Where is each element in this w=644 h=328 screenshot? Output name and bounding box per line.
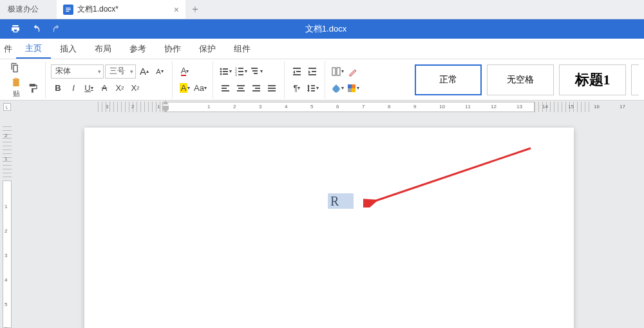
numbering-button[interactable]: 123▾ (234, 64, 248, 79)
svg-rect-8 (223, 73, 228, 75)
menu-references[interactable]: 参考 (120, 39, 155, 59)
list-group: ▾ 123▾ ▾ (213, 61, 285, 99)
bullets-button[interactable]: ▾ (218, 64, 232, 79)
svg-rect-33 (308, 68, 316, 69)
svg-rect-24 (252, 85, 260, 86)
new-tab-button[interactable]: ＋ (185, 0, 205, 19)
workspace: 2112345678 R (0, 113, 644, 328)
redo-button[interactable] (48, 21, 66, 37)
svg-rect-27 (268, 85, 276, 86)
menu-layout[interactable]: 布局 (86, 39, 120, 59)
shrink-font-button[interactable]: A▾ (153, 64, 167, 79)
multilevel-list-button[interactable]: ▾ (249, 64, 263, 79)
svg-point-3 (220, 68, 222, 70)
selected-text[interactable]: R (328, 193, 354, 209)
svg-rect-41 (348, 84, 352, 88)
ruler-ticks: 3211234567891011121314151617 (98, 102, 592, 112)
page-scroll-area[interactable]: R (14, 113, 644, 328)
styles-gallery: 正常 无空格 标题1 (412, 64, 641, 95)
align-justify-button[interactable] (265, 81, 279, 95)
pilcrow-button[interactable]: ¶ ▾ (290, 81, 304, 95)
svg-rect-32 (293, 74, 301, 75)
strikethrough-button[interactable]: A (97, 81, 111, 95)
align-center-button[interactable] (234, 81, 248, 95)
clear-formatting-button[interactable] (346, 64, 360, 79)
window-title: 文档1.docx (66, 23, 644, 35)
svg-rect-21 (237, 85, 245, 86)
svg-rect-26 (252, 90, 260, 92)
paste-label: 贴 (13, 89, 20, 99)
style-no-spacing[interactable]: 无空格 (487, 64, 554, 95)
horizontal-ruler-row: L 3211234567891011121314151617 (0, 101, 644, 113)
style-heading1[interactable]: 标题1 (559, 64, 626, 95)
decrease-indent-button[interactable] (290, 64, 304, 79)
change-case-button[interactable]: Aa▾ (193, 81, 207, 95)
menu-plugins[interactable]: 组件 (225, 39, 260, 59)
svg-rect-23 (237, 90, 245, 92)
undo-button[interactable] (27, 21, 45, 37)
document-tab-label: 文档1.docx* (77, 4, 118, 15)
ribbon: 贴 宋体 三号 A▴ A▾ B I U ▾ A X2 X2 A ▾ A ▾ (0, 59, 644, 101)
increase-indent-button[interactable] (305, 64, 319, 79)
font-group: 宋体 三号 A▴ A▾ B I U ▾ A X2 X2 (46, 61, 173, 99)
copy-button[interactable] (8, 61, 22, 75)
columns-button[interactable]: ▾ (330, 64, 345, 79)
svg-rect-30 (293, 68, 301, 69)
ruler-corner[interactable]: L (0, 101, 14, 113)
style-more[interactable] (631, 64, 639, 95)
highlight-button[interactable]: A ▾ (178, 81, 192, 95)
insert-mini-group: ▾ ▾ ▾ (325, 61, 365, 99)
clipboard-group: 贴 (3, 61, 46, 99)
document-page[interactable]: R (84, 128, 574, 328)
ruler-corner-label: L (3, 103, 11, 111)
svg-point-5 (220, 70, 222, 72)
svg-rect-40 (337, 68, 340, 75)
menu-protect[interactable]: 保护 (190, 39, 225, 59)
svg-rect-36 (311, 85, 315, 86)
document-icon (63, 5, 73, 15)
svg-rect-15 (251, 68, 258, 69)
svg-rect-28 (268, 88, 276, 89)
superscript-button[interactable]: X2 (113, 81, 127, 95)
font-color-group: A ▾ A ▾ Aa▾ (173, 61, 213, 99)
menu-collaborate[interactable]: 协作 (155, 39, 190, 59)
font-color-button[interactable]: A ▾ (178, 64, 192, 79)
align-left-button[interactable] (218, 81, 232, 95)
grow-font-button[interactable]: A▴ (137, 64, 151, 79)
svg-rect-0 (66, 7, 71, 8)
svg-point-7 (220, 73, 222, 75)
menu-home[interactable]: 主页 (16, 39, 51, 59)
style-normal[interactable]: 正常 (415, 64, 482, 95)
font-size-combo[interactable]: 三号 (105, 64, 136, 79)
pagecolor-button[interactable]: ▾ (346, 81, 360, 95)
svg-rect-29 (268, 90, 276, 92)
shading-button[interactable]: ▾ (330, 81, 345, 95)
line-spacing-button[interactable]: ▾ (305, 81, 319, 95)
subscript-button[interactable]: X2 (128, 81, 142, 95)
format-painter-button[interactable] (26, 81, 40, 95)
menu-insert[interactable]: 插入 (51, 39, 86, 59)
svg-rect-16 (252, 70, 258, 72)
document-tab[interactable]: 文档1.docx* × (57, 0, 185, 19)
file-menu[interactable]: 件 (0, 39, 16, 59)
svg-rect-2 (66, 10, 69, 11)
font-name-combo[interactable]: 宋体 (51, 64, 104, 79)
align-right-button[interactable] (249, 81, 263, 95)
underline-button[interactable]: U ▾ (82, 81, 96, 95)
app-tab[interactable]: 极速办公 (0, 0, 57, 19)
paste-button[interactable]: 贴 (8, 77, 24, 99)
first-line-indent-marker[interactable] (162, 101, 169, 112)
svg-rect-20 (222, 90, 229, 92)
menu-bar: 件 主页 插入 布局 参考 协作 保护 组件 (0, 39, 644, 59)
svg-rect-12 (238, 71, 243, 72)
vertical-ruler[interactable]: 2112345678 (0, 113, 14, 328)
tab-strip: 极速办公 文档1.docx* × ＋ (0, 0, 644, 19)
close-tab-icon[interactable]: × (174, 5, 179, 15)
svg-text:3: 3 (235, 73, 237, 77)
bold-button[interactable]: B (51, 81, 65, 95)
print-button[interactable] (6, 21, 24, 37)
svg-rect-10 (238, 68, 243, 69)
svg-rect-1 (66, 9, 71, 10)
svg-rect-38 (311, 90, 315, 92)
italic-button[interactable]: I (66, 81, 80, 95)
